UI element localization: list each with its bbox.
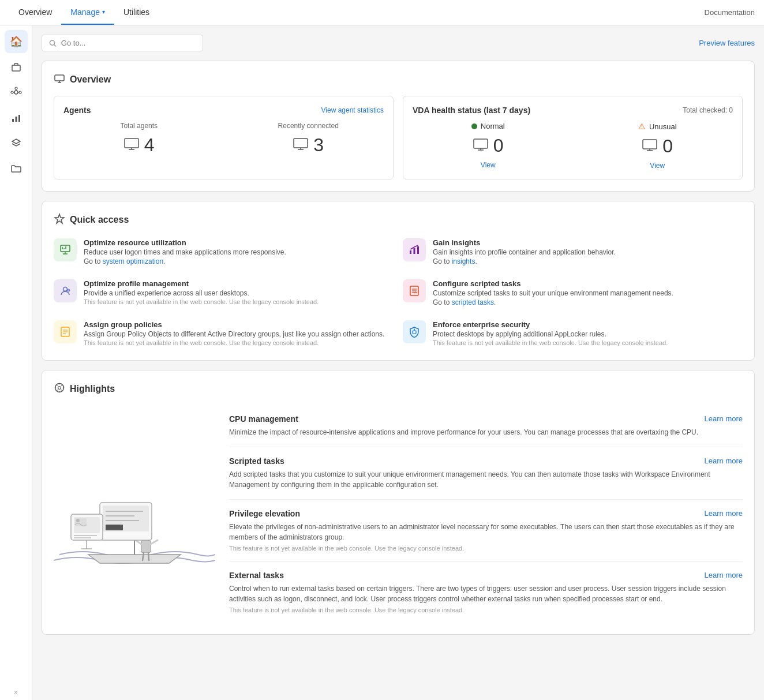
quick-unavailable-5: This feature is not yet available in the…	[433, 339, 668, 346]
overview-title-icon	[54, 73, 65, 87]
vda-unusual-value: 0	[582, 136, 733, 157]
quick-desc-4: Assign Group Policy Objects to different…	[84, 330, 384, 338]
quick-text-gain-insights: Gain insights Gain insights into profile…	[433, 238, 616, 265]
chevron-down-icon: ▾	[102, 9, 105, 15]
svg-line-59	[62, 390, 62, 391]
normal-dot-icon	[471, 123, 477, 129]
quick-desc-0: Reduce user logon times and make applica…	[84, 248, 286, 256]
svg-line-66	[151, 540, 158, 544]
learn-more-privilege-elevation[interactable]: Learn more	[705, 509, 743, 518]
highlights-title: Highlights	[54, 382, 743, 396]
quick-icon-optimize-resource	[54, 238, 77, 261]
agents-panel-header: Agents View agent statistics	[63, 106, 384, 115]
monitor-icon-2	[293, 134, 309, 156]
quick-desc-3: Customize scripted tasks to suit your un…	[433, 289, 673, 297]
quick-link-0: Go to system optimization.	[84, 257, 286, 265]
vda-header: VDA health status (last 7 days) Total ch…	[413, 106, 733, 115]
highlight-desc-0: Minimize the impact of resource-intensiv…	[229, 427, 743, 437]
quick-text-profile-management: Optimize profile management Provide a un…	[84, 279, 319, 305]
view-agent-statistics-link[interactable]: View agent statistics	[321, 106, 384, 114]
learn-more-scripted-tasks[interactable]: Learn more	[705, 456, 743, 465]
quick-desc-1: Gain insights into profile container and…	[433, 248, 616, 256]
quick-title-0: Optimize resource utilization	[84, 238, 286, 247]
vda-unusual-status: ⚠ Unusual	[582, 122, 733, 131]
svg-rect-10	[18, 115, 20, 122]
learn-more-cpu-management[interactable]: Learn more	[705, 414, 743, 423]
quick-title-2: Optimize profile management	[84, 279, 319, 288]
overview-title: Overview	[54, 73, 743, 87]
quick-item-group-policies: Assign group policies Assign Group Polic…	[54, 318, 394, 349]
svg-point-3	[19, 91, 21, 93]
view-unusual-link[interactable]: View	[582, 162, 733, 170]
tab-utilities[interactable]: Utilities	[114, 1, 159, 25]
learn-more-external-tasks[interactable]: Learn more	[705, 571, 743, 579]
monitor-icon-4	[642, 136, 658, 157]
svg-rect-19	[294, 138, 308, 148]
sidebar-item-home[interactable]: 🏠	[5, 30, 28, 53]
svg-point-1	[14, 91, 18, 94]
sidebar-item-layers[interactable]	[5, 132, 28, 155]
highlight-title-0: CPU management	[229, 414, 298, 424]
top-nav: Overview Manage ▾ Utilities Documentatio…	[0, 0, 764, 25]
svg-point-38	[63, 287, 68, 291]
quick-icon-profile-management	[54, 279, 77, 302]
highlight-item-cpu-management: CPU management Learn more Minimize the i…	[229, 405, 743, 447]
svg-rect-16	[125, 138, 138, 148]
search-box[interactable]	[42, 35, 203, 51]
tab-overview[interactable]: Overview	[9, 1, 61, 25]
highlight-item-external-tasks: External tasks Learn more Control when t…	[229, 562, 743, 623]
sidebar-expand-button[interactable]: »	[14, 688, 17, 695]
system-optimization-link[interactable]: system optimization	[103, 257, 163, 265]
svg-marker-28	[55, 214, 64, 223]
svg-point-78	[76, 519, 80, 522]
quick-text-scripted-tasks: Configure scripted tasks Customize scrip…	[433, 279, 673, 306]
svg-point-2	[11, 91, 13, 93]
warning-icon: ⚠	[638, 122, 646, 131]
vda-normal-status: Normal	[413, 122, 564, 130]
quick-item-profile-management: Optimize profile management Provide a un…	[54, 277, 394, 309]
sidebar-item-folder[interactable]	[5, 157, 28, 180]
search-input[interactable]	[61, 39, 196, 47]
highlights-layout: CPU management Learn more Minimize the i…	[54, 405, 743, 623]
quick-icon-enterprise-security	[403, 320, 426, 343]
highlight-desc-2: Elevate the privileges of non-administra…	[229, 522, 743, 542]
agents-title: Agents	[63, 106, 91, 115]
svg-point-11	[50, 40, 54, 44]
total-checked: Total checked: 0	[683, 106, 733, 114]
svg-line-58	[57, 385, 58, 386]
main-layout: 🏠 » Preview features	[0, 25, 764, 700]
quick-access-section: Quick access Optimize resource utilizati…	[42, 201, 755, 361]
view-normal-link[interactable]: View	[413, 161, 564, 169]
sidebar-item-chart[interactable]	[5, 106, 28, 129]
recently-connected-label: Recently connected	[233, 122, 384, 130]
highlight-desc-1: Add scripted tasks that you customize to…	[229, 469, 743, 490]
tab-manage[interactable]: Manage ▾	[61, 1, 114, 25]
sidebar-item-network[interactable]	[5, 81, 28, 104]
svg-rect-74	[106, 525, 123, 530]
quick-item-enterprise-security: Enforce enterprise security Protect desk…	[403, 318, 743, 349]
insights-link[interactable]: insights	[452, 257, 475, 265]
quick-unavailable-2: This feature is not yet available in the…	[84, 298, 319, 305]
documentation-link[interactable]: Documentation	[705, 8, 755, 17]
total-agents-label: Total agents	[63, 122, 215, 130]
svg-point-51	[414, 329, 415, 330]
svg-line-12	[54, 44, 56, 46]
svg-rect-13	[55, 75, 64, 81]
recently-connected-value: 3	[233, 134, 384, 156]
scripted-tasks-link[interactable]: scripted tasks	[452, 298, 494, 306]
sidebar-item-briefcase[interactable]	[5, 55, 28, 78]
svg-line-68	[148, 553, 149, 560]
highlight-item-scripted-tasks: Scripted tasks Learn more Add scripted t…	[229, 447, 743, 500]
quick-access-grid: Optimize resource utilization Reduce use…	[54, 236, 743, 349]
quick-access-title: Quick access	[54, 213, 743, 227]
quick-text-enterprise-security: Enforce enterprise security Protect desk…	[433, 320, 668, 346]
vda-normal-metric: Normal 0 View	[413, 122, 564, 170]
quick-icon-gain-insights	[403, 238, 426, 261]
quick-unavailable-4: This feature is not yet available in the…	[84, 339, 384, 346]
total-agents-metric: Total agents 4	[63, 122, 215, 156]
svg-rect-9	[15, 117, 17, 122]
highlight-title-3: External tasks	[229, 571, 284, 580]
quick-text-optimize-resource: Optimize resource utilization Reduce use…	[84, 238, 286, 265]
svg-line-60	[62, 385, 62, 386]
preview-features-link[interactable]: Preview features	[699, 39, 755, 47]
